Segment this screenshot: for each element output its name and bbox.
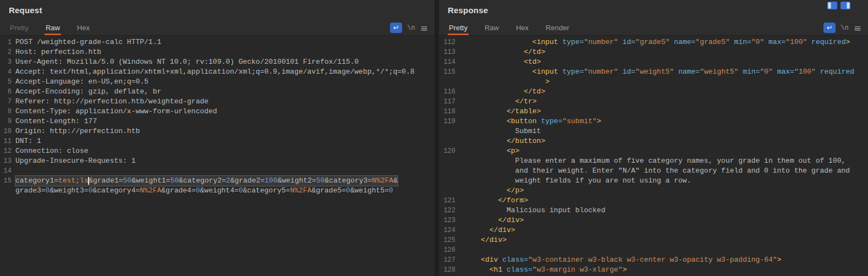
- code-token[interactable]: 50: [170, 176, 179, 185]
- code-line[interactable]: 127 <div class="w3-container w3-black w3…: [439, 255, 868, 265]
- code-token[interactable]: &weight3=: [50, 186, 88, 195]
- code-token[interactable]: &category3=: [325, 176, 372, 185]
- code-token[interactable]: "w3-container w3-black w3-center w3-opac…: [528, 256, 777, 264]
- code-token[interactable]: &weight2=: [277, 176, 316, 185]
- code-token[interactable]: [618, 68, 623, 76]
- code-line[interactable]: 13Upgrade-Insecure-Requests: 1: [0, 156, 435, 166]
- code-line[interactable]: 117 </tr>: [439, 97, 868, 107]
- code-token[interactable]: &weight5=: [350, 186, 389, 195]
- code-line[interactable]: and their weight. Enter "N/A" into the c…: [439, 166, 868, 176]
- code-line[interactable]: 8Content-Type: application/x-www-form-ur…: [0, 107, 435, 117]
- code-token[interactable]: <td>: [524, 58, 541, 66]
- code-token[interactable]: required: [811, 38, 845, 46]
- code-line[interactable]: </button>: [439, 136, 868, 146]
- code-token[interactable]: DNT: 1: [15, 137, 41, 145]
- code-token[interactable]: id=: [623, 38, 635, 46]
- code-token[interactable]: type=: [562, 68, 584, 76]
- code-token[interactable]: Content-Type: application/x-www-form-url…: [15, 107, 217, 115]
- code-token[interactable]: <p>: [507, 147, 519, 155]
- code-token[interactable]: "weight5": [635, 68, 674, 76]
- code-token[interactable]: [674, 68, 678, 76]
- code-token[interactable]: [807, 38, 811, 46]
- code-token[interactable]: Origin: http://perfection.htb: [15, 127, 140, 135]
- code-line[interactable]: 6Accept-Encoding: gzip, deflate, br: [0, 87, 435, 97]
- code-token[interactable]: Connection: close: [15, 147, 89, 155]
- response-tab-raw[interactable]: Raw: [484, 20, 500, 35]
- code-token[interactable]: 0: [239, 186, 243, 195]
- code-token[interactable]: N%2FA: [372, 176, 393, 185]
- code-token[interactable]: [618, 38, 623, 46]
- code-token[interactable]: [464, 87, 524, 96]
- code-token[interactable]: N%2FA: [290, 186, 311, 195]
- code-line[interactable]: 14: [0, 166, 435, 176]
- code-token[interactable]: 50: [316, 176, 325, 185]
- code-token[interactable]: </table>: [507, 107, 541, 115]
- code-token[interactable]: weight fields if you are not using a row…: [464, 176, 691, 185]
- code-token[interactable]: and their weight. Enter "N/A" into the c…: [464, 167, 850, 175]
- code-line[interactable]: 3User-Agent: Mozilla/5.0 (Windows NT 10.…: [0, 57, 435, 67]
- code-line[interactable]: Please enter a maximum of five category …: [439, 156, 868, 166]
- code-line[interactable]: 5Accept-Language: en-US,en;q=0.5: [0, 77, 435, 87]
- code-line[interactable]: 11DNT: 1: [0, 136, 435, 146]
- code-token[interactable]: "weight5": [700, 68, 738, 76]
- code-token[interactable]: </div>: [490, 226, 515, 234]
- code-token[interactable]: [464, 48, 524, 56]
- code-token[interactable]: [464, 147, 507, 155]
- code-token[interactable]: >: [545, 78, 550, 86]
- code-line[interactable]: 2Host: perfection.htb: [0, 47, 435, 57]
- code-token[interactable]: Upgrade-Insecure-Requests: 1: [15, 157, 135, 165]
- request-tab-pretty[interactable]: Pretty: [9, 20, 30, 35]
- code-token[interactable]: max=: [768, 38, 785, 46]
- editor-menu-icon[interactable]: ≡: [420, 23, 428, 34]
- code-token[interactable]: 50: [123, 176, 132, 185]
- code-token[interactable]: &: [393, 176, 398, 185]
- code-line[interactable]: 9Content-Length: 177: [0, 117, 435, 126]
- code-token[interactable]: [464, 196, 498, 205]
- code-token[interactable]: class=: [507, 266, 532, 274]
- request-tab-hex[interactable]: Hex: [76, 20, 91, 35]
- code-token[interactable]: [464, 256, 481, 264]
- code-line[interactable]: 124 </div>: [439, 225, 868, 235]
- code-token[interactable]: [464, 38, 532, 46]
- code-token[interactable]: [502, 266, 507, 274]
- code-token[interactable]: "grade5": [695, 38, 729, 46]
- code-token[interactable]: [464, 216, 498, 224]
- code-token[interactable]: 2: [226, 176, 230, 185]
- code-token[interactable]: grade3=: [15, 186, 46, 195]
- code-token[interactable]: Referer: http://perfection.htb/weighted-…: [15, 97, 208, 106]
- code-line[interactable]: >: [439, 77, 868, 87]
- code-line[interactable]: 126: [439, 245, 868, 255]
- request-tab-raw[interactable]: Raw: [45, 20, 61, 35]
- code-token[interactable]: name=: [674, 38, 695, 46]
- code-token[interactable]: "100": [785, 38, 807, 46]
- code-token[interactable]: "submit": [562, 117, 596, 125]
- code-token[interactable]: category1=: [15, 176, 58, 185]
- response-tab-render[interactable]: Render: [545, 20, 570, 35]
- code-token[interactable]: >: [777, 256, 782, 264]
- code-line[interactable]: 4Accept: text/html,application/xhtml+xml…: [0, 67, 435, 77]
- code-token[interactable]: <h1: [490, 266, 502, 274]
- code-token[interactable]: </td>: [524, 48, 545, 56]
- code-token[interactable]: [464, 226, 490, 234]
- code-token[interactable]: &category5=: [243, 186, 290, 195]
- code-token[interactable]: </tr>: [515, 97, 537, 106]
- code-token[interactable]: max=: [777, 68, 794, 76]
- code-token[interactable]: Accept: text/html,application/xhtml+xml,…: [15, 68, 415, 76]
- code-token[interactable]: "100": [794, 68, 816, 76]
- code-token[interactable]: [464, 78, 545, 86]
- code-token[interactable]: &grade5=: [311, 186, 345, 195]
- code-line[interactable]: grade3=0&weight3=0&category4=N%2FA&grade…: [0, 186, 435, 196]
- code-line[interactable]: weight fields if you are not using a row…: [439, 176, 868, 186]
- code-line[interactable]: 15category1=test;ls&grade1=50&weight1=50…: [0, 176, 435, 186]
- code-token[interactable]: "number": [584, 68, 618, 76]
- code-token[interactable]: 0: [389, 186, 393, 195]
- code-token[interactable]: &grade1=: [89, 176, 123, 185]
- code-token[interactable]: [464, 236, 481, 244]
- code-token[interactable]: [464, 137, 507, 145]
- code-token[interactable]: "grade5": [635, 38, 669, 46]
- code-line[interactable]: 116 </td>: [439, 87, 868, 97]
- code-token[interactable]: &weight1=: [131, 176, 170, 185]
- code-token[interactable]: &category4=: [92, 186, 140, 195]
- response-editor[interactable]: 112 <input type="number" id="grade5" nam…: [439, 36, 868, 276]
- code-token[interactable]: Content-Length: 177: [15, 117, 97, 125]
